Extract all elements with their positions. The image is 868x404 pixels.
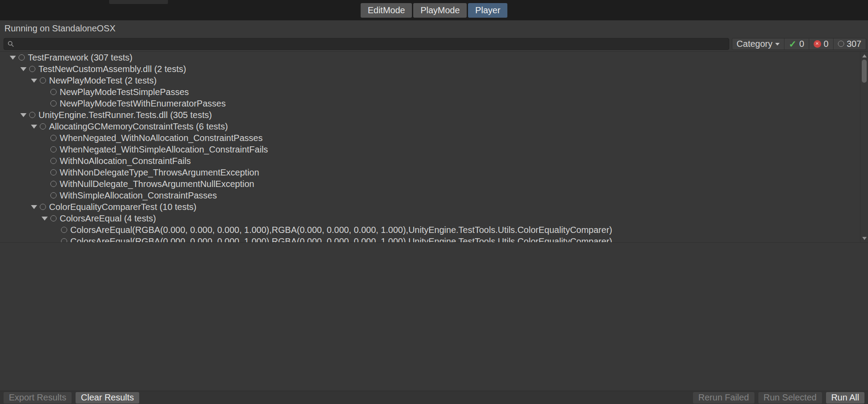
test-notrun-icon	[40, 77, 46, 84]
tree-row[interactable]: UnityEngine.TestRunner.Tests.dll (305 te…	[0, 109, 860, 121]
tree-row-label: WithNoAllocation_ConstraintFails	[60, 155, 191, 167]
tree-row-label: WhenNegated_WithNoAllocation_ConstraintP…	[60, 132, 263, 144]
tree-row[interactable]: WhenNegated_WithSimpleAllocation_Constra…	[0, 144, 860, 155]
test-notrun-icon	[29, 66, 35, 72]
test-notrun-icon	[50, 215, 57, 221]
tree-row-label: NewPlayModeTestSimplePasses	[60, 86, 189, 98]
test-notrun-icon	[50, 169, 57, 175]
tree-row[interactable]: NewPlayModeTestSimplePasses	[0, 86, 860, 98]
scroll-up-arrow-icon[interactable]	[860, 53, 868, 59]
tree-row-label: WithSimpleAllocation_ConstraintPasses	[60, 190, 217, 201]
export-results-button[interactable]: Export Results	[4, 392, 72, 404]
test-notrun-icon	[61, 238, 67, 242]
tree-row-label: WithNonDelegateType_ThrowsArgumentExcept…	[60, 167, 259, 178]
tree-row-label: WithNullDelegate_ThrowsArgumentNullExcep…	[60, 178, 254, 190]
category-label: Category	[737, 39, 773, 49]
foldout-arrow-icon[interactable]	[28, 79, 40, 83]
test-notrun-icon	[40, 204, 46, 210]
test-detail-pane	[0, 243, 868, 391]
foldout-arrow-icon[interactable]	[28, 205, 40, 209]
foldout-arrow-icon[interactable]	[18, 113, 29, 117]
test-notrun-icon	[50, 146, 57, 152]
tree-scrollbar[interactable]	[860, 52, 868, 242]
scrollbar-thumb[interactable]	[862, 60, 867, 83]
passed-check-icon: ✓	[789, 39, 797, 49]
tree-row-label: ColorsAreEqual(RGBA(0.000, 0.000, 0.000,…	[70, 224, 612, 236]
rerun-failed-button[interactable]: Rerun Failed	[693, 392, 754, 404]
foldout-arrow-icon[interactable]	[18, 67, 29, 71]
status-text: Running on StandaloneOSX	[4, 23, 115, 34]
run-all-button[interactable]: Run All	[826, 392, 864, 404]
test-runner-window: EditMode PlayMode Player Running on Stan…	[0, 0, 868, 404]
test-notrun-icon	[40, 123, 46, 130]
tree-row[interactable]: TestNewCustomAssembly.dll (2 tests)	[0, 63, 860, 75]
tree-row-label: ColorsAreEqual(RGBA(0.000, 0.000, 0.000,…	[70, 236, 612, 242]
passed-count: 0	[799, 39, 804, 49]
tree-row-label: TestNewCustomAssembly.dll (2 tests)	[38, 63, 186, 75]
tree-row-label: AllocatingGCMemoryConstraintTests (6 tes…	[49, 121, 228, 132]
footer-right-group: Rerun Failed Run Selected Run All	[693, 392, 864, 404]
tree-row[interactable]: ColorsAreEqual(RGBA(0.000, 0.000, 0.000,…	[0, 236, 860, 242]
test-notrun-icon	[50, 135, 57, 141]
tree-row[interactable]: NewPlayModeTest (2 tests)	[0, 75, 860, 86]
footer-left-group: Export Results Clear Results	[4, 392, 139, 404]
mode-toolbar: EditMode PlayMode Player	[0, 0, 868, 20]
search-input[interactable]	[17, 39, 725, 49]
failed-cross-icon: ✕	[814, 40, 821, 48]
notrun-count: 307	[847, 39, 861, 49]
tree-row[interactable]: TestFramework (307 tests)	[0, 52, 860, 63]
tree-row[interactable]: NewPlayModeTestWithEnumeratorPasses	[0, 98, 860, 109]
filter-segments: Category ✓ 0 ✕ 0 307	[732, 38, 866, 50]
test-notrun-icon	[50, 181, 57, 187]
tree-row[interactable]: WithNonDelegateType_ThrowsArgumentExcept…	[0, 167, 860, 178]
tree-row[interactable]: WhenNegated_WithNoAllocation_ConstraintP…	[0, 132, 860, 144]
tree-row[interactable]: ColorEqualityComparerTest (10 tests)	[0, 201, 860, 213]
tree-row[interactable]: WithNullDelegate_ThrowsArgumentNullExcep…	[0, 178, 860, 190]
test-notrun-icon	[61, 227, 67, 233]
tree-row[interactable]: WithNoAllocation_ConstraintFails	[0, 155, 860, 167]
docked-tab-partial	[109, 0, 168, 4]
tree-row[interactable]: ColorsAreEqual (4 tests)	[0, 213, 860, 224]
search-icon	[8, 41, 14, 47]
test-tree: TestFramework (307 tests)TestNewCustomAs…	[0, 52, 860, 242]
tree-row-label: ColorEqualityComparerTest (10 tests)	[49, 201, 196, 213]
run-selected-button[interactable]: Run Selected	[758, 392, 822, 404]
tree-row[interactable]: WithSimpleAllocation_ConstraintPasses	[0, 190, 860, 201]
filter-bar: Category ✓ 0 ✕ 0 307	[0, 36, 868, 51]
notrun-circle-icon	[838, 41, 844, 47]
test-notrun-icon	[19, 54, 25, 61]
tree-row-label: NewPlayModeTestWithEnumeratorPasses	[60, 98, 226, 109]
tree-row-label: UnityEngine.TestRunner.Tests.dll (305 te…	[38, 109, 212, 121]
passed-filter-toggle[interactable]: ✓ 0	[784, 38, 809, 50]
scroll-down-arrow-icon[interactable]	[860, 235, 868, 241]
foldout-arrow-icon[interactable]	[28, 125, 40, 129]
footer-bar: Export Results Clear Results Rerun Faile…	[0, 391, 868, 404]
category-dropdown[interactable]: Category	[732, 38, 784, 50]
tree-row[interactable]: ColorsAreEqual(RGBA(0.000, 0.000, 0.000,…	[0, 224, 860, 236]
foldout-arrow-icon[interactable]	[7, 56, 19, 60]
tab-editmode[interactable]: EditMode	[361, 3, 412, 18]
tab-player[interactable]: Player	[468, 3, 507, 18]
test-notrun-icon	[50, 100, 57, 107]
failed-count: 0	[824, 39, 829, 49]
clear-results-button[interactable]: Clear Results	[76, 392, 139, 404]
tree-row-label: WhenNegated_WithSimpleAllocation_Constra…	[60, 144, 268, 155]
foldout-arrow-icon[interactable]	[39, 217, 50, 221]
tree-row-label: TestFramework (307 tests)	[28, 52, 133, 63]
mode-tab-group: EditMode PlayMode Player	[361, 3, 507, 18]
test-tree-panel: TestFramework (307 tests)TestNewCustomAs…	[0, 51, 868, 243]
chevron-down-icon	[775, 43, 780, 46]
tree-row-label: ColorsAreEqual (4 tests)	[60, 213, 156, 224]
tree-row[interactable]: AllocatingGCMemoryConstraintTests (6 tes…	[0, 121, 860, 132]
search-field[interactable]	[4, 38, 729, 50]
test-notrun-icon	[50, 158, 57, 164]
tab-playmode[interactable]: PlayMode	[413, 3, 467, 18]
failed-filter-toggle[interactable]: ✕ 0	[809, 38, 833, 50]
notrun-filter-toggle[interactable]: 307	[833, 38, 866, 50]
test-notrun-icon	[50, 192, 57, 198]
test-notrun-icon	[29, 112, 35, 118]
test-notrun-icon	[50, 89, 57, 95]
status-bar: Running on StandaloneOSX	[0, 20, 868, 36]
tree-row-label: NewPlayModeTest (2 tests)	[49, 75, 156, 86]
